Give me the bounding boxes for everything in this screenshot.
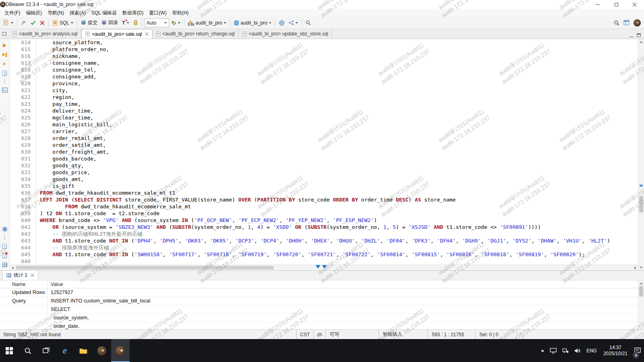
execute-script-button[interactable]	[1, 51, 8, 58]
table-row[interactable]: source_system,	[0, 314, 638, 322]
menu-edit[interactable]: 编辑(E)	[23, 9, 45, 17]
rollback-cross-button[interactable]	[38, 18, 46, 28]
dbeaver-icon	[97, 346, 107, 356]
scroll-down-icon[interactable]	[638, 265, 644, 270]
next-annotation-arrows[interactable]	[316, 265, 327, 269]
close-icon	[633, 2, 637, 6]
table-row[interactable]: SELECT	[0, 305, 638, 314]
status-overflow-grip[interactable]	[517, 330, 523, 339]
menu-file[interactable]: 文件(F)	[2, 9, 23, 17]
network-icon	[562, 348, 569, 354]
internet-explorer-button[interactable]: e	[56, 339, 74, 362]
script-document-modified-button[interactable]	[1, 252, 8, 259]
tray-volume-button[interactable]	[572, 339, 584, 362]
editor-settings-button[interactable]	[1, 226, 8, 232]
menu-database[interactable]: 数据库(D)	[120, 9, 147, 17]
horizontal-scrollbar[interactable]	[10, 265, 638, 270]
action-center-button[interactable]: 4	[631, 339, 644, 362]
status-insert-mode[interactable]: 智能插入	[378, 330, 427, 339]
row-name-cell	[0, 305, 47, 313]
script-document-button[interactable]	[1, 243, 8, 249]
statistics-tab[interactable]: 统计 1	[2, 270, 38, 280]
sql-file-icon	[12, 31, 17, 37]
lock-button[interactable]	[132, 18, 140, 28]
close-button[interactable]	[625, 0, 644, 9]
tab-sale-sql[interactable]: <audit_bi_pro> sale.sql	[81, 29, 152, 39]
tab-return-change-sql[interactable]: <audit_bi_pro> return_change.sql	[153, 29, 239, 39]
pin-connection-button[interactable]	[19, 18, 28, 28]
editor-side-toolbar	[0, 39, 10, 270]
new-sql-editor-button[interactable]	[2, 18, 15, 28]
scroll-right-icon[interactable]	[632, 265, 638, 271]
database-selector[interactable]: audit_bi_pro	[186, 18, 228, 28]
close-tab-icon[interactable]	[31, 274, 34, 277]
transaction-mode-dropdown[interactable]: T	[120, 18, 131, 28]
sql-editor-dropdown[interactable]: SQL	[51, 18, 75, 28]
results-scroll-thumb[interactable]	[639, 286, 643, 296]
status-caret-position[interactable]: 593 : 1 : 21755	[427, 330, 475, 339]
dbeaver-taskbar-button[interactable]	[93, 339, 111, 362]
scroll-left-icon[interactable]	[10, 265, 15, 271]
column-header-value[interactable]: Value	[47, 282, 638, 287]
code-line: 640WHERE brand_code <> 'VPG' AND (source…	[10, 217, 638, 224]
code-line: 620 province,	[10, 80, 638, 87]
minimize-button[interactable]	[588, 0, 607, 9]
transaction-log-dropdown[interactable]: ↻	[170, 18, 182, 28]
execute-statement-button[interactable]	[1, 61, 8, 67]
maximize-view-icon[interactable]	[637, 33, 641, 37]
input-language-button[interactable]: ENG	[584, 339, 600, 362]
database-icon	[234, 20, 239, 26]
file-explorer-button[interactable]	[74, 339, 93, 362]
execute-sql-button[interactable]	[1, 42, 8, 49]
tab-update-sbz-store-sql[interactable]: <audit_bi_pro> update_sbz_store.sql	[239, 29, 332, 39]
scroll-up-icon[interactable]	[638, 39, 644, 45]
tray-display-button[interactable]	[547, 339, 559, 362]
menu-search[interactable]: 搜索(A)	[67, 9, 89, 17]
menu-sql-editor[interactable]: SQL 编辑器	[89, 9, 120, 17]
start-button[interactable]	[0, 339, 19, 362]
dbeaver-logo[interactable]	[634, 19, 641, 27]
grid-view-button[interactable]	[1, 261, 8, 268]
scroll-up-icon[interactable]	[638, 280, 644, 286]
menu-window[interactable]: 窗口(W)	[147, 9, 169, 17]
ie-icon: e	[63, 345, 67, 356]
code-line: 642 -- 团购的店铺和HL2T海外新开的店铺	[10, 230, 638, 237]
export-from-query-button[interactable]	[1, 70, 8, 76]
table-row[interactable]: Updated Rows12527927	[0, 288, 638, 297]
menu-navigate[interactable]: 导航(N)	[45, 9, 67, 17]
restore-editors-button[interactable]	[0, 29, 9, 39]
taskbar-search-button[interactable]	[19, 339, 37, 362]
menu-help[interactable]: 帮助(H)	[169, 9, 192, 17]
line-number: 631	[10, 155, 36, 162]
rollback-button[interactable]: 回滚	[100, 18, 120, 28]
code-area[interactable]: 614 source_platform,615 platform_order_n…	[10, 39, 638, 265]
auto-commit-combo[interactable]: Auto	[144, 19, 169, 27]
vertical-scrollbar[interactable]	[638, 39, 644, 270]
minimize-view-icon[interactable]	[630, 37, 634, 37]
commit-check-button[interactable]	[29, 18, 37, 28]
search-dropdown[interactable]	[304, 18, 312, 28]
results-scrollbar[interactable]	[638, 280, 644, 329]
row-value-cell: INSERT INTO custom_online_sale_bill_loca…	[47, 298, 638, 304]
perspective-button[interactable]	[622, 18, 631, 28]
task-view-button[interactable]	[37, 339, 56, 362]
table-row[interactable]: QueryINSERT INTO custom_online_sale_bill…	[0, 297, 638, 305]
table-row[interactable]: order_date,	[0, 322, 638, 329]
share-dropdown[interactable]	[287, 18, 299, 28]
web-button[interactable]	[277, 18, 286, 28]
tray-network-button[interactable]	[559, 339, 572, 362]
vscroll-thumb[interactable]	[639, 196, 643, 212]
close-tab-icon[interactable]	[145, 32, 149, 36]
output-console-button[interactable]	[1, 87, 8, 93]
hscroll-thumb[interactable]	[16, 266, 274, 269]
tab-analysis-sql[interactable]: <audit_bi_pro> analysis.sql	[9, 29, 81, 39]
quick-access-search-button[interactable]	[612, 18, 621, 28]
maximize-button[interactable]	[607, 0, 625, 9]
schema-selector[interactable]: audit_bi_pro	[232, 18, 273, 28]
status-bar: String 'SBZ_HIS' not found CST zh 可写 智能插…	[0, 329, 644, 339]
show-hidden-icons-button[interactable]	[538, 339, 547, 362]
column-header-name[interactable]: Name	[0, 280, 47, 288]
commit-button[interactable]: 提交	[79, 18, 99, 28]
taskbar-clock[interactable]: 14:37 2025/10/21	[600, 339, 631, 362]
dbeaver-taskbar-button-active[interactable]	[111, 339, 130, 362]
